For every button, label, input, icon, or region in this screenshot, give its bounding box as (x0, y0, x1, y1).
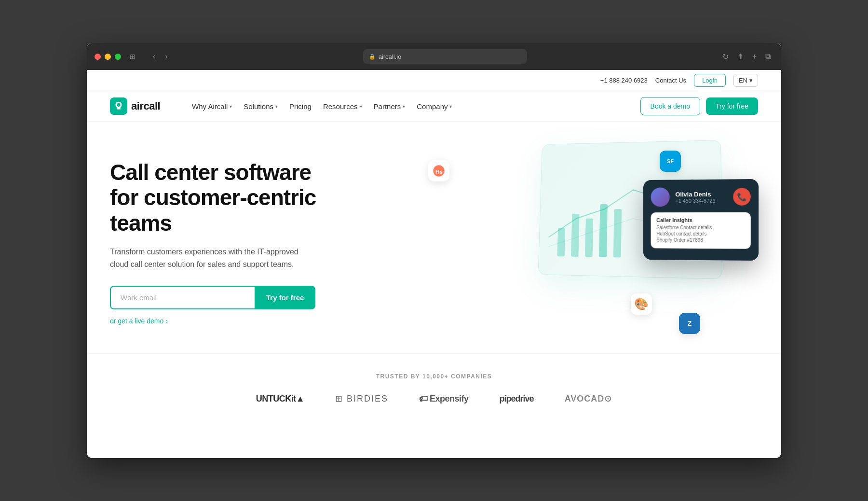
tabs-button[interactable]: ⧉ (762, 51, 773, 62)
contact-us-link[interactable]: Contact Us (655, 77, 686, 84)
pipedrive-logo: pipedrive (500, 394, 534, 404)
nav-pricing[interactable]: Pricing (285, 98, 316, 114)
hero-visual: Olivia Denis +1 450 334-8726 📞 Caller In… (341, 141, 758, 344)
trusted-label: TRUSTED BY 10,000+ COMPANIES (110, 373, 758, 380)
live-demo-link[interactable]: or get a live demo › (110, 317, 341, 325)
caller-details: Olivia Denis +1 450 334-8726 (675, 190, 715, 203)
address-bar[interactable]: 🔒 aircall.io (363, 49, 527, 64)
address-bar-container: 🔒 aircall.io (176, 49, 714, 64)
hubspot-integration-icon: Hs (428, 160, 449, 181)
call-button[interactable]: 📞 (733, 188, 751, 206)
maximize-button[interactable] (115, 54, 121, 60)
phone-icon: 📞 (737, 192, 746, 201)
logo-text: aircall (131, 100, 160, 112)
minimize-button[interactable] (105, 54, 111, 60)
email-form: Try for free (110, 286, 341, 309)
nav-partners[interactable]: Partners ▾ (369, 98, 410, 114)
caller-number: +1 450 334-8726 (675, 197, 715, 203)
nav-why-aircall-label: Why Aircall (192, 102, 228, 111)
svg-rect-1 (557, 228, 565, 256)
hubspot-logo: Hs (432, 164, 446, 178)
nav-items: Why Aircall ▾ Solutions ▾ Pricing Resour… (187, 98, 624, 114)
nav-pricing-label: Pricing (289, 102, 312, 111)
top-bar: +1 888 240 6923 Contact Us Login EN ▾ (87, 70, 781, 91)
book-demo-button[interactable]: Book a demo (640, 97, 701, 115)
nav-ctas: Book a demo Try for free (640, 97, 758, 115)
share-button[interactable]: ⬆ (734, 51, 746, 62)
email-input[interactable] (110, 286, 255, 309)
untuckit-logo: UNTUCKit▲ (256, 394, 304, 404)
forward-button[interactable]: › (162, 51, 170, 62)
refresh-button[interactable]: ↻ (719, 51, 732, 62)
hero-content: Call center software for customer-centri… (110, 160, 341, 325)
lang-chevron-icon: ▾ (749, 77, 753, 84)
hero-title: Call center software for customer-centri… (110, 160, 341, 237)
traffic-lights (95, 54, 121, 60)
phone-number: +1 888 240 6923 (600, 77, 648, 84)
avocado-text: AVOCAD⊙ (565, 394, 612, 404)
nav-solutions[interactable]: Solutions ▾ (239, 98, 283, 114)
language-selector[interactable]: EN ▾ (733, 74, 758, 87)
back-button[interactable]: ‹ (150, 51, 158, 62)
new-tab-button[interactable]: + (749, 51, 760, 62)
nav-resources-label: Resources (323, 102, 358, 111)
logo[interactable]: aircall (110, 97, 160, 115)
slack-icon: 🎨 (634, 297, 649, 311)
zendesk-integration-icon: Z (679, 313, 700, 334)
expensify-logo: 🏷 Expensify (419, 394, 469, 404)
nav-company-label: Company (417, 102, 448, 111)
svg-rect-5 (613, 209, 622, 258)
arrow-right-icon: › (165, 317, 168, 325)
chevron-down-icon: ▾ (403, 104, 405, 109)
nav-partners-label: Partners (374, 102, 401, 111)
caller-info: Olivia Denis +1 450 334-8726 📞 (651, 187, 751, 207)
lock-icon: 🔒 (369, 54, 376, 60)
try-free-button[interactable]: Try for free (255, 286, 315, 309)
svg-text:Hs: Hs (435, 168, 443, 175)
company-logos: UNTUCKit▲ ⊞ BIRDIES 🏷 Expensify pipedriv… (110, 393, 758, 404)
svg-rect-4 (599, 204, 608, 257)
main-nav: aircall Why Aircall ▾ Solutions ▾ Pricin… (87, 91, 781, 122)
trusted-section: TRUSTED BY 10,000+ COMPANIES UNTUCKit▲ ⊞… (87, 353, 781, 423)
insights-title: Caller Insights (656, 217, 745, 223)
nav-solutions-label: Solutions (244, 102, 273, 111)
chevron-down-icon: ▾ (230, 104, 232, 109)
shopify-row: Shopify Order #17898 (656, 237, 745, 243)
avocado-logo: AVOCAD⊙ (565, 393, 612, 404)
url-text: aircall.io (379, 53, 402, 60)
untuckit-text: UNTUCKit▲ (256, 394, 304, 404)
caller-insights-card: Caller Insights Salesforce Contact detai… (651, 212, 751, 249)
login-button[interactable]: Login (694, 74, 726, 87)
svg-rect-2 (571, 214, 579, 257)
caller-name: Olivia Denis (675, 190, 715, 197)
browser-chrome: ⊞ ‹ › 🔒 aircall.io ↻ ⬆ + ⧉ (87, 43, 781, 70)
birdies-logo: ⊞ BIRDIES (335, 393, 388, 404)
salesforce-integration-icon: SF (660, 151, 681, 172)
pipedrive-text: pipedrive (500, 394, 534, 404)
live-demo-text: or get a live demo (110, 317, 163, 325)
aircall-logo-svg (113, 101, 124, 111)
phone-card: Olivia Denis +1 450 334-8726 📞 Caller In… (643, 179, 759, 261)
svg-rect-3 (585, 219, 593, 257)
nav-company[interactable]: Company ▾ (412, 98, 457, 114)
browser-actions: ↻ ⬆ + ⧉ (719, 51, 773, 62)
salesforce-icon: SF (667, 158, 674, 164)
hubspot-row: HubSpot contact details (656, 231, 745, 237)
expensify-text: 🏷 Expensify (419, 394, 469, 404)
page-content: +1 888 240 6923 Contact Us Login EN ▾ ai… (87, 70, 781, 458)
nav-why-aircall[interactable]: Why Aircall ▾ (187, 98, 237, 114)
birdies-text: ⊞ BIRDIES (335, 394, 388, 404)
nav-resources[interactable]: Resources ▾ (318, 98, 367, 114)
try-free-nav-button[interactable]: Try for free (706, 97, 758, 115)
logo-icon (110, 97, 127, 115)
caller-avatar (651, 187, 670, 207)
close-button[interactable] (95, 54, 101, 60)
chevron-down-icon: ▾ (275, 104, 278, 109)
salesforce-row: Salesforce Contact details (656, 225, 745, 230)
hero-subtitle: Transform customers experiences with the… (110, 246, 303, 270)
lang-text: EN (739, 77, 747, 84)
sidebar-toggle[interactable]: ⊞ (127, 52, 138, 61)
slack-integration-icon: 🎨 (631, 293, 652, 315)
hero-section: Call center software for customer-centri… (87, 122, 781, 353)
browser-window: ⊞ ‹ › 🔒 aircall.io ↻ ⬆ + ⧉ +1 888 240 69… (87, 43, 781, 458)
